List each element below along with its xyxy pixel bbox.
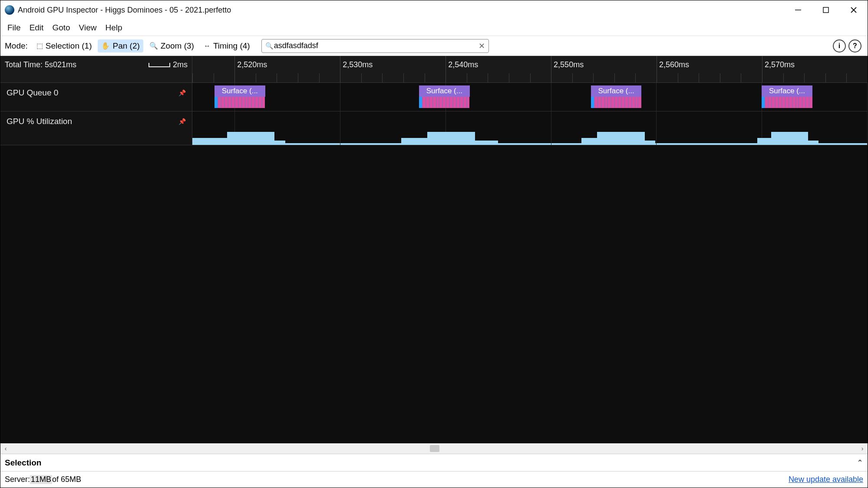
surface-block-stripes [591,97,642,108]
ruler-tick-label: 2,570ms [765,60,795,69]
mode-zoom[interactable]: 🔍 Zoom (3) [146,39,198,52]
empty-tracks-area [0,145,868,443]
maximize-button[interactable] [812,0,840,20]
svg-rect-1 [823,7,828,13]
selection-label: Selection [5,458,41,468]
window-title: Android GPU Inspector - Higgs Dominoes -… [18,6,231,15]
ruler-tick-major [657,56,657,82]
menu-help[interactable]: Help [102,21,125,34]
track-gpu-utilization: GPU % Utilization 📌 [0,111,868,145]
ruler-tick-minor [192,73,193,82]
surface-block-label: Surface (... [762,85,812,97]
surface-block[interactable]: Surface (... [215,85,265,108]
timeline-ruler[interactable]: 2,520ms2,530ms2,540ms2,550ms2,560ms2,570… [192,56,868,82]
scrollbar-thumb[interactable] [430,445,439,452]
ruler-tick-minor [403,73,404,82]
pin-icon[interactable]: 📌 [178,118,186,125]
util-bar [597,132,644,145]
scrollbar-track[interactable] [11,443,857,454]
surface-block-stripes [215,97,265,108]
ruler-tick-minor [741,73,741,82]
menu-file[interactable]: File [4,21,24,34]
track-side-gpu-queue-0[interactable]: GPU Queue 0 📌 [0,83,192,111]
ruler-tick-minor [720,73,720,82]
ruler-tick-label: 2,520ms [237,60,267,69]
surface-block[interactable]: Surface (... [419,85,470,108]
ruler-tick-minor [298,73,298,82]
scroll-right-icon[interactable]: › [857,445,868,452]
track-gridline [656,111,657,145]
selection-icon: ⬚ [36,42,43,50]
ruler-tick-minor [699,73,699,82]
scroll-left-icon[interactable]: ‹ [0,445,11,452]
util-bar [808,141,818,145]
close-button[interactable] [840,0,868,20]
window-root: Android GPU Inspector - Higgs Dominoes -… [0,0,868,488]
ruler-tick-minor [593,73,594,82]
surface-block-stripes [762,97,812,108]
ruler-tick-minor [425,73,425,82]
track-name-gpu-utilization: GPU % Utilization [7,117,72,126]
mode-selection[interactable]: ⬚ Selection (1) [33,39,96,52]
zoom-icon: 🔍 [149,42,158,50]
ruler-tick-major [234,56,235,82]
server-label: Server: [5,475,30,484]
track-body-gpu-utilization[interactable] [192,111,868,145]
ruler-tick-major [340,56,340,82]
collapse-icon[interactable]: ⌃ [857,458,863,468]
pin-icon[interactable]: 📌 [178,89,186,96]
util-bar [427,132,475,145]
modebar-right-buttons: i ? [833,39,861,52]
info-button[interactable]: i [833,39,846,52]
track-gridline [867,83,868,111]
scale-bracket-icon [149,63,170,67]
ruler-tick-label: 2,540ms [448,60,478,69]
menu-edit[interactable]: Edit [26,21,47,34]
scale-label: 2ms [173,60,188,69]
pan-icon: ✋ [101,42,110,50]
horizontal-scrollbar[interactable]: ‹ › [0,443,868,454]
ruler-tick-major [762,56,762,82]
track-gridline [656,83,657,111]
track-side-gpu-utilization[interactable]: GPU % Utilization 📌 [0,111,192,145]
util-bar [475,141,498,145]
minimize-button[interactable] [784,0,812,20]
search-input[interactable] [274,40,475,52]
ruler-tick-label: 2,530ms [343,60,373,69]
ruler-tick-minor [382,73,383,82]
track-gridline [340,111,340,145]
mode-pan[interactable]: ✋ Pan (2) [98,39,143,52]
surface-block[interactable]: Surface (... [591,85,642,108]
util-bar [581,138,597,145]
ruler-tick-major [446,56,446,82]
ruler-tick-minor [467,73,467,82]
menu-goto[interactable]: Goto [49,21,73,34]
ruler-tick-minor [488,73,488,82]
ruler-tick-minor [635,73,636,82]
util-bar [771,132,808,145]
track-body-gpu-queue-0[interactable]: Surface (...Surface (...Surface (...Surf… [192,83,868,111]
mode-timing[interactable]: ↔ Timing (4) [200,39,254,52]
update-link[interactable]: New update available [789,475,863,484]
ruler-tick-minor [530,73,531,82]
selection-panel-header[interactable]: Selection ⌃ [0,454,868,471]
search-container: 🔍 ✕ [261,39,489,53]
util-bar [645,141,655,145]
window-controls [784,0,868,20]
help-button[interactable]: ? [848,39,861,52]
track-name-gpu-queue-0: GPU Queue 0 [7,88,58,98]
ruler-tick-minor [277,73,277,82]
scale-indicator: 2ms [149,60,188,69]
ruler-tick-minor [319,73,320,82]
ruler-tick-minor [361,73,362,82]
timeline-header: Total Time: 5s021ms 2ms 2,520ms2,530ms2,… [0,56,868,83]
track-gridline [551,83,551,111]
util-bar [757,138,771,145]
menu-view[interactable]: View [76,21,100,34]
ruler-tick-minor [572,73,573,82]
surface-block[interactable]: Surface (... [762,85,812,108]
util-bar [274,141,285,145]
timing-icon: ↔ [204,42,211,50]
search-clear-icon[interactable]: ✕ [479,41,485,51]
search-icon: 🔍 [265,42,274,50]
